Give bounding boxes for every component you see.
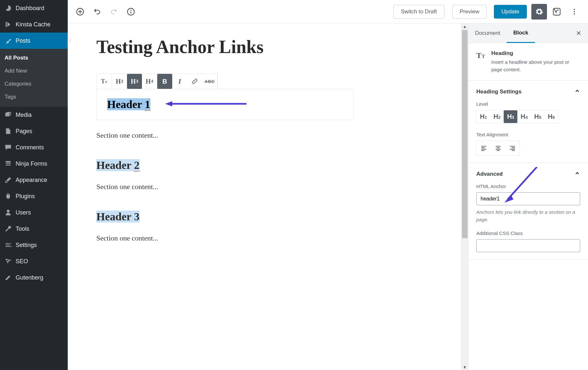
editor-scrollbar[interactable]: ▲ ▼	[461, 23, 468, 370]
user-icon	[5, 209, 12, 216]
sidebar-item-appearance[interactable]: Appearance	[0, 172, 68, 188]
sidebar-item-gutenberg[interactable]: Gutenberg	[0, 269, 68, 286]
sliders-icon	[5, 241, 12, 249]
switch-to-draft-button[interactable]: Switch to Draft	[393, 5, 444, 19]
update-button[interactable]: Update	[494, 5, 527, 19]
scroll-up-icon[interactable]: ▲	[461, 23, 468, 29]
heading-block[interactable]: Header 1	[96, 89, 354, 120]
heading-block[interactable]: Header 3	[96, 211, 354, 223]
settings-button[interactable]	[531, 4, 547, 20]
redo-button[interactable]	[107, 5, 120, 18]
sidebar-item-seo[interactable]: SEO	[0, 253, 68, 269]
inspector-panel: Document Block ✕ TT Heading Insert a hea…	[468, 23, 588, 370]
sidebar-item-label: Ninja Forms	[16, 160, 47, 167]
sidebar-item-tools[interactable]: Tools	[0, 221, 68, 237]
sidebar-item-pages[interactable]: Pages	[0, 123, 68, 139]
add-block-button[interactable]	[74, 5, 87, 18]
level-buttons: H1 H2 H3 H4 H5 H6	[476, 110, 558, 123]
info-button[interactable]	[124, 5, 137, 18]
strikethrough-button[interactable]: ABC	[202, 74, 217, 89]
link-button[interactable]	[187, 74, 202, 89]
wrench-icon	[5, 225, 12, 232]
level-h5-button[interactable]: H5	[531, 110, 545, 123]
sidebar-item-label: Tools	[16, 226, 29, 232]
align-right-button[interactable]	[505, 141, 520, 155]
level-h3-button[interactable]: H3	[127, 74, 142, 89]
level-h4-button[interactable]: H4	[517, 110, 531, 123]
heading-settings-toggle[interactable]: Heading Settings	[476, 88, 580, 95]
media-icon	[5, 111, 12, 118]
sidebar-item-ninja-forms[interactable]: Ninja Forms	[0, 156, 68, 172]
sidebar-item-users[interactable]: Users	[0, 204, 68, 221]
alignment-buttons	[476, 141, 520, 156]
svg-point-6	[574, 13, 575, 15]
undo-button[interactable]	[91, 5, 104, 18]
svg-point-2	[131, 9, 132, 10]
preview-button[interactable]: Preview	[452, 5, 487, 19]
level-h6-button[interactable]: H6	[544, 110, 558, 123]
anchor-input[interactable]	[476, 192, 580, 205]
brush-icon	[5, 176, 12, 184]
sidebar-item-media[interactable]: Media	[0, 107, 68, 123]
sidebar-item-dashboard[interactable]: Dashboard	[0, 0, 68, 16]
chevron-up-icon	[574, 88, 580, 95]
sidebar-submenu: All Posts Add New Categories Tags	[0, 49, 68, 107]
align-center-button[interactable]	[491, 141, 505, 155]
css-class-label: Additional CSS Class	[476, 230, 580, 236]
gutenberg-icon	[5, 274, 12, 281]
advanced-toggle[interactable]: Advanced	[476, 170, 580, 178]
sidebar-item-posts[interactable]: Posts	[0, 33, 68, 49]
submenu-item-add-new[interactable]: Add New	[0, 64, 68, 77]
sidebar-item-label: Pages	[16, 128, 32, 135]
post-title[interactable]: Testing Anchor Links	[96, 36, 354, 57]
annotation-arrow-icon	[165, 101, 246, 107]
css-class-input[interactable]	[476, 239, 580, 252]
level-h1-button[interactable]: H1	[477, 110, 490, 123]
bold-button[interactable]: B	[157, 74, 172, 89]
paragraph-block[interactable]: Section one content...	[96, 131, 354, 140]
sidebar-item-comments[interactable]: Comments	[0, 139, 68, 156]
sidebar-item-settings[interactable]: Settings	[0, 237, 68, 253]
comments-icon	[5, 144, 12, 151]
block-type-title: Heading	[491, 50, 580, 57]
italic-button[interactable]: I	[172, 74, 187, 89]
scroll-thumb[interactable]	[462, 30, 468, 238]
sidebar-item-label: Dashboard	[16, 5, 44, 12]
level-h4-button[interactable]: H4	[142, 74, 157, 89]
heading-block[interactable]: Header 2	[96, 159, 354, 171]
level-h3-button[interactable]: H3	[504, 110, 517, 123]
svg-text:T: T	[482, 54, 485, 59]
block-toolbar: TT H2 H3 H4 B I ABC	[96, 74, 218, 89]
sidebar-item-plugins[interactable]: Plugins	[0, 188, 68, 204]
anchor-label: HTML Anchor	[476, 184, 580, 189]
sidebar-item-label: Kinsta Cache	[16, 21, 50, 28]
sidebar-item-kinsta-cache[interactable]: Kinsta Cache	[0, 16, 68, 33]
tab-block[interactable]: Block	[507, 24, 535, 43]
paragraph-block[interactable]: Section one content...	[96, 234, 354, 242]
sidebar-item-label: Plugins	[16, 193, 35, 200]
submenu-item-tags[interactable]: Tags	[0, 90, 68, 103]
submenu-item-all-posts[interactable]: All Posts	[0, 51, 68, 64]
kinsta-icon	[5, 21, 12, 28]
heading-text[interactable]: Header 1	[107, 98, 150, 110]
submenu-item-categories[interactable]: Categories	[0, 77, 68, 90]
level-h2-button[interactable]: H2	[112, 74, 127, 89]
level-h2-button[interactable]: H2	[490, 110, 504, 123]
panel-title: Heading Settings	[476, 89, 522, 95]
svg-point-5	[574, 11, 575, 12]
seo-icon	[5, 258, 12, 265]
tab-document[interactable]: Document	[469, 24, 507, 42]
scroll-down-icon[interactable]: ▼	[461, 364, 468, 370]
anchor-help-text: Anchors lets you link directly to a sect…	[476, 209, 580, 223]
more-options-button[interactable]	[567, 4, 582, 20]
paragraph-block[interactable]: Section one content...	[96, 183, 354, 191]
heading-icon: TT	[476, 50, 486, 60]
editor-topbar: Switch to Draft Preview Update	[68, 0, 588, 23]
svg-marker-8	[165, 101, 172, 106]
yoast-button[interactable]	[549, 4, 565, 20]
align-left-button[interactable]	[477, 141, 491, 155]
block-type-button[interactable]: TT	[97, 74, 112, 89]
editor-canvas[interactable]: Testing Anchor Links TT H2 H3 H4 B I	[68, 23, 461, 370]
close-inspector-button[interactable]: ✕	[569, 29, 588, 37]
svg-text:T: T	[476, 51, 482, 60]
